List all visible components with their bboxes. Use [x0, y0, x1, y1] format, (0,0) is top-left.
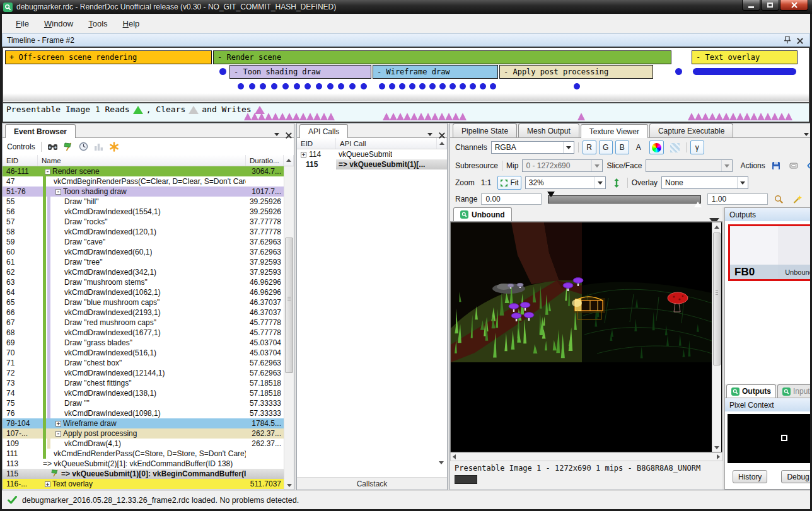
event-row[interactable]: 59Draw "cave"37.62963 [3, 237, 284, 247]
history-button[interactable]: History [733, 470, 767, 483]
texture-horizontal-scrollbar[interactable] [450, 452, 722, 461]
save-button[interactable] [769, 159, 783, 173]
event-row[interactable]: 61Draw "tree"37.92593 [3, 257, 284, 267]
scroll-up-icon[interactable] [437, 138, 447, 149]
event-row[interactable]: 116-...+Text overlay511.7037 [3, 479, 284, 489]
tab-api-calls[interactable]: API Calls [299, 124, 348, 138]
find-icon[interactable] [47, 142, 58, 151]
flip-y-button[interactable] [610, 176, 624, 190]
stats-icon[interactable] [94, 142, 103, 151]
maximize-button[interactable] [761, 0, 779, 11]
menu-help[interactable]: Help [115, 16, 148, 31]
texture-display[interactable] [450, 222, 722, 452]
event-row[interactable]: 76vkCmdDrawIndexed(1098,1)57.33333 [3, 408, 284, 418]
panel-close-icon[interactable] [286, 132, 291, 137]
api-call-row[interactable]: 115=> vkQueueSubmit(1)[... [297, 159, 447, 169]
event-row[interactable]: 75Draw ""57.33333 [3, 398, 284, 408]
column-eid[interactable]: EID [3, 155, 38, 166]
event-row[interactable]: 60vkCmdDrawIndexed(60,1)37.62963 [3, 247, 284, 257]
event-row[interactable]: 51-76-Toon shading draw1017.7... [3, 187, 284, 197]
expand-icon[interactable]: + [45, 481, 50, 487]
gamma-button[interactable]: γ [690, 141, 704, 154]
panel-menu-icon[interactable] [427, 133, 432, 136]
channel-a-button[interactable]: A [632, 141, 646, 154]
collapse-icon[interactable]: - [45, 169, 50, 175]
timeline-bar-offscreen[interactable]: + Off-screen scene rendering [5, 50, 212, 64]
event-row[interactable]: 71Draw "chest box"57.62963 [3, 358, 284, 368]
pin-icon[interactable] [784, 36, 791, 44]
scroll-up-icon[interactable] [284, 155, 294, 166]
pixel-context-view[interactable] [728, 414, 812, 463]
minimize-button[interactable] [742, 0, 760, 11]
close-button[interactable] [780, 0, 808, 11]
column-eid[interactable]: EID [297, 138, 336, 149]
scroll-down-icon[interactable] [439, 464, 444, 473]
panel-menu-icon[interactable] [274, 133, 279, 136]
tab-event-browser[interactable]: Event Browser [5, 124, 76, 138]
event-row[interactable]: 64vkCmdDrawIndexed(1062,1)46.96296 [3, 287, 284, 297]
tab-capture-executable[interactable]: Capture Executable [649, 123, 733, 137]
timeline-close-icon[interactable] [797, 37, 803, 43]
event-row[interactable]: 56vkCmdDrawIndexed(1554,1)39.25926 [3, 207, 284, 217]
column-duration[interactable]: Duratio... [246, 155, 284, 166]
scroll-down-icon[interactable] [284, 481, 294, 490]
event-row[interactable]: 55Draw "hill"39.25926 [3, 197, 284, 207]
color-wheel-button[interactable] [649, 141, 664, 154]
zoom-select[interactable]: 32% [525, 176, 606, 189]
event-row[interactable]: 113=> vkQueueSubmit(2)[1]: vkEndCommandB… [3, 459, 284, 469]
event-row[interactable]: 62vkCmdDrawIndexed(342,1)37.92593 [3, 267, 284, 277]
tab-unbound[interactable]: Unbound [453, 207, 512, 221]
zoom-1to1-button[interactable]: 1:1 [478, 176, 494, 190]
event-row[interactable]: 115=> vkQueueSubmit(1)[0]: vkBeginComman… [3, 469, 284, 479]
column-api-call[interactable]: API Call [336, 138, 437, 149]
range-autofit-button[interactable] [790, 192, 804, 206]
event-row[interactable]: 57Draw "rocks"37.77778 [3, 217, 284, 227]
texture-tab-menu-icon[interactable] [709, 218, 719, 221]
fit-button[interactable]: Fit [497, 176, 521, 190]
event-row[interactable]: 78-104+Wireframe draw1784.5... [3, 418, 284, 428]
event-row[interactable]: 111vkCmdEndRenderPass(C=Store, D=Store, … [3, 449, 284, 459]
panel-close-icon[interactable] [439, 132, 444, 137]
time-icon[interactable] [79, 142, 88, 151]
event-row[interactable]: 46-111-Render scene3064.7... [3, 166, 284, 176]
collapse-icon[interactable]: - [55, 189, 61, 195]
event-browser-scrollbar[interactable] [284, 166, 294, 490]
range-black-point-handle[interactable] [547, 192, 555, 197]
mip-select[interactable]: 0 - 1272x690 [522, 159, 603, 172]
debug-button[interactable]: Debug [781, 470, 812, 483]
range-zoom-button[interactable] [772, 192, 786, 206]
channel-r-button[interactable]: R [583, 141, 596, 154]
event-row[interactable]: 66vkCmdDrawIndexed(2193,1)46.37037 [3, 307, 284, 318]
timeline-bar-render-scene[interactable]: - Render scene [213, 50, 671, 64]
range-slider[interactable] [548, 195, 700, 204]
panel-menu-icon[interactable] [804, 133, 809, 136]
tab-pipeline-state[interactable]: Pipeline State [453, 123, 517, 137]
texture-vertical-scrollbar[interactable] [712, 222, 721, 452]
bookmark-flag-icon[interactable] [64, 142, 73, 151]
range-white-point-handle[interactable] [694, 202, 702, 207]
event-row[interactable]: 65Draw "blue mushroom caps"46.37037 [3, 297, 284, 307]
timeline-bar-text-overlay[interactable]: - Text overlay [692, 50, 798, 64]
link-button[interactable] [787, 159, 801, 173]
column-name[interactable]: Name [38, 155, 246, 166]
expand-icon[interactable]: + [55, 421, 61, 427]
range-max-input[interactable]: 1.00 [707, 193, 768, 205]
event-row[interactable]: 67Draw "red mushroom caps"45.77778 [3, 318, 284, 328]
expand-icon[interactable]: + [301, 152, 306, 158]
event-row[interactable]: 63Draw "mushroom stems"46.96296 [3, 277, 284, 287]
event-row[interactable]: 109vkCmdDraw(4,1)262.37... [3, 439, 284, 449]
timeline-bar-toon[interactable]: - Toon shading draw [229, 65, 371, 79]
event-row[interactable]: 73Draw "chest fittings"57.18518 [3, 378, 284, 388]
event-row[interactable]: 68vkCmdDrawIndexed(1677,1)45.77778 [3, 328, 284, 338]
event-row[interactable]: 69Draw "grass blades"45.03704 [3, 338, 284, 348]
collapse-icon[interactable]: - [55, 431, 61, 437]
tab-inputs[interactable]: Inputs [777, 384, 812, 398]
menu-file[interactable]: File [8, 16, 37, 31]
tab-mesh-output[interactable]: Mesh Output [518, 123, 579, 137]
range-min-input[interactable]: 0.00 [481, 193, 542, 205]
event-row[interactable]: 107-...-Apply post processing262.37... [3, 428, 284, 439]
fb0-thumbnail[interactable]: FB0 Unbound [728, 224, 812, 281]
channel-b-button[interactable]: B [615, 141, 629, 154]
channels-select[interactable]: RGBA [491, 141, 574, 154]
channel-g-button[interactable]: G [599, 141, 613, 154]
